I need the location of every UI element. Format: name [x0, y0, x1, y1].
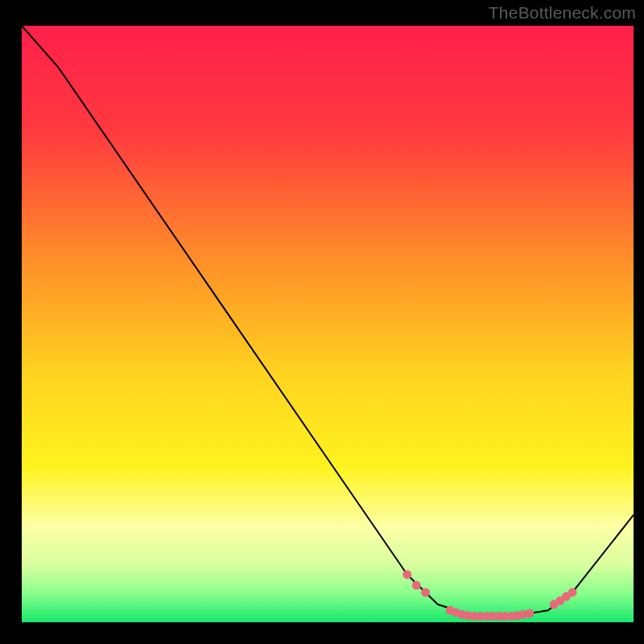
gradient-background — [22, 26, 634, 622]
bottleneck-chart — [0, 0, 644, 644]
highlight-dot — [568, 588, 577, 597]
highlight-dot — [412, 581, 421, 590]
chart-frame: TheBottleneck.com — [0, 0, 644, 644]
highlight-dot — [402, 570, 411, 579]
highlight-dot — [525, 609, 534, 617]
highlight-dot — [421, 588, 430, 597]
